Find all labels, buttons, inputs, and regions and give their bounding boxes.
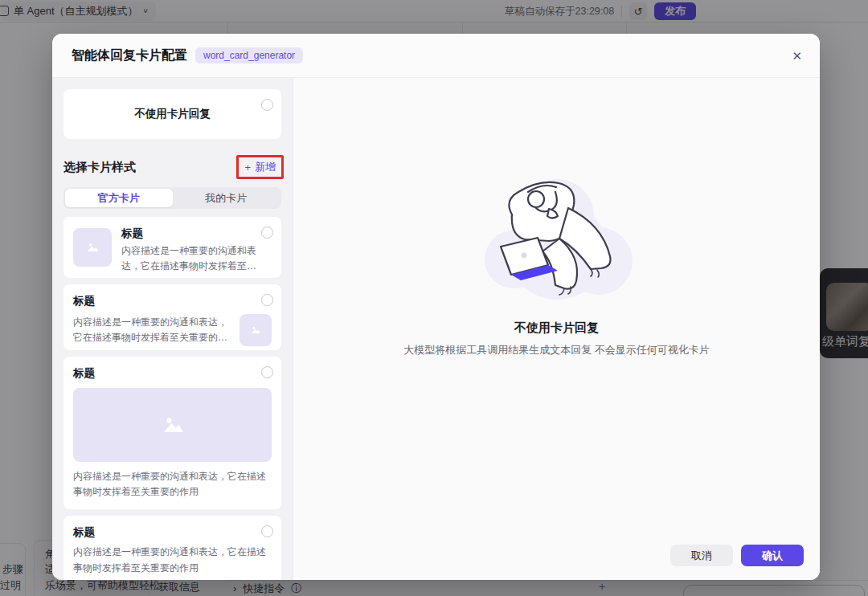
card-style-option-1[interactable]: 标题 内容描述是一种重要的沟通和表达，它在描述事物时发挥着至关重要的...: [63, 217, 281, 278]
plus-icon: +: [244, 161, 251, 173]
card-title: 标题: [73, 366, 272, 381]
close-icon[interactable]: ✕: [792, 50, 802, 62]
card-style-option-3[interactable]: 标题 内容描述是一种重要的沟通和表达，它在描述事物时发挥着至关重要的作用: [63, 357, 281, 509]
preview-panel: 不使用卡片回复 大模型将根据工具调用结果生成文本回复 不会显示任何可视化卡片: [293, 78, 820, 580]
image-placeholder-large: [73, 388, 272, 462]
card-radio[interactable]: [261, 294, 273, 306]
card-radio[interactable]: [261, 227, 273, 239]
dialog-footer: 取消 确认: [670, 545, 804, 566]
section-title: 选择卡片样式: [63, 160, 136, 175]
card-description: 内容描述是一种重要的沟通和表达，它在描述事物时发挥着至关重要的作用: [73, 315, 231, 345]
tab-official-cards[interactable]: 官方卡片: [65, 189, 173, 207]
card-description: 内容描述是一种重要的沟通和表达，它在描述事物时发挥着至关重要的...: [121, 243, 259, 274]
add-card-button[interactable]: + 新增: [244, 160, 276, 174]
no-card-radio[interactable]: [261, 99, 273, 111]
card-description: 内容描述是一种重要的沟通和表达，它在描述事物时发挥着至关重要的作用: [73, 545, 272, 575]
card-title: 标题: [73, 294, 272, 308]
no-card-label: 不使用卡片回复: [134, 107, 211, 121]
image-placeholder-thumb: [240, 314, 272, 346]
dialog-header: 智能体回复卡片配置 word_card_generator ✕: [52, 34, 820, 78]
card-style-sidebar: 不使用卡片回复 选择卡片样式 + 新增 官方卡片 我的卡片: [52, 78, 293, 580]
card-style-list: 标题 内容描述是一种重要的沟通和表达，它在描述事物时发挥着至关重要的... 标题…: [63, 217, 281, 580]
relaxing-person-illustration: [477, 166, 637, 309]
card-style-option-2[interactable]: 标题 内容描述是一种重要的沟通和表达，它在描述事物时发挥着至关重要的作用: [63, 284, 281, 350]
image-icon: [158, 410, 187, 439]
annotation-highlight-box: + 新增: [236, 155, 284, 179]
plugin-name-badge: word_card_generator: [195, 47, 303, 63]
card-config-dialog: 智能体回复卡片配置 word_card_generator ✕ 不使用卡片回复 …: [52, 34, 820, 580]
card-title: 标题: [73, 525, 272, 540]
preview-description: 大模型将根据工具调用结果生成文本回复 不会显示任何可视化卡片: [403, 343, 710, 357]
tab-my-cards[interactable]: 我的卡片: [173, 189, 280, 207]
preview-title: 不使用卡片回复: [514, 320, 599, 336]
image-icon: [249, 324, 262, 337]
confirm-button[interactable]: 确认: [741, 545, 804, 566]
card-style-option-4[interactable]: 标题 内容描述是一种重要的沟通和表达，它在描述事物时发挥着至关重要的作用: [63, 516, 281, 580]
card-radio[interactable]: [261, 366, 273, 378]
card-title: 标题: [121, 227, 259, 241]
image-icon: [84, 239, 100, 255]
cancel-button[interactable]: 取消: [670, 545, 733, 566]
image-placeholder-thumb: [73, 228, 112, 267]
no-card-option[interactable]: 不使用卡片回复: [63, 89, 281, 139]
card-description: 内容描述是一种重要的沟通和表达，它在描述事物时发挥着至关重要的作用: [73, 469, 272, 500]
dialog-title: 智能体回复卡片配置: [72, 47, 187, 64]
card-source-tabs: 官方卡片 我的卡片: [63, 187, 281, 209]
add-card-label: 新增: [255, 160, 276, 174]
